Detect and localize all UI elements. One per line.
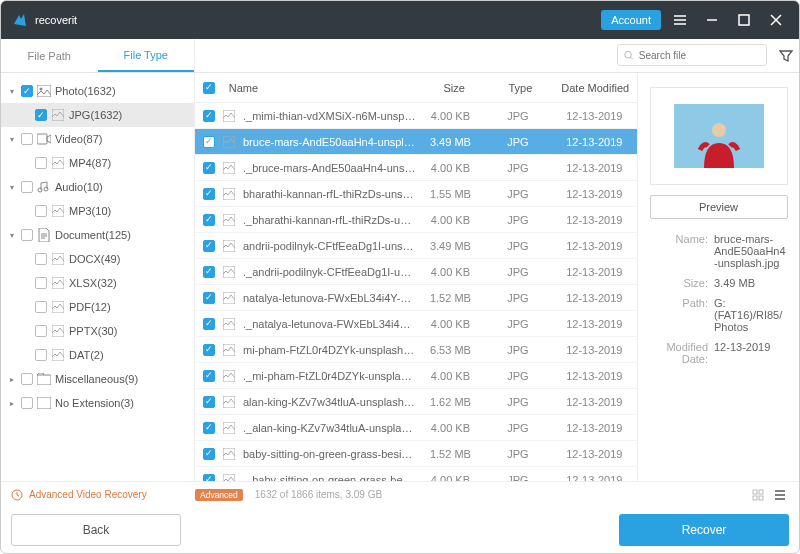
search-box[interactable] bbox=[617, 44, 767, 66]
group-checkbox[interactable] bbox=[21, 85, 33, 97]
table-row[interactable]: ._bruce-mars-AndE50aaHn4-unsplash.jpg 4.… bbox=[195, 155, 637, 181]
adv-video-recovery-link[interactable]: Advanced Video Recovery bbox=[29, 489, 147, 500]
tree-group[interactable]: ▸ Miscellaneous(9) bbox=[1, 367, 194, 391]
chevron-icon[interactable]: ▾ bbox=[7, 183, 17, 192]
row-checkbox[interactable] bbox=[203, 162, 215, 174]
account-button[interactable]: Account bbox=[601, 10, 661, 30]
close-icon[interactable] bbox=[763, 7, 789, 33]
row-checkbox[interactable] bbox=[203, 110, 215, 122]
menu-icon[interactable] bbox=[667, 7, 693, 33]
table-row[interactable]: ._bharathi-kannan-rfL-thiRzDs-unsplash.j… bbox=[195, 207, 637, 233]
file-thumb-icon bbox=[221, 135, 237, 149]
search-input[interactable] bbox=[639, 50, 760, 61]
group-checkbox[interactable] bbox=[21, 373, 33, 385]
row-checkbox[interactable] bbox=[203, 474, 215, 482]
tree-item[interactable]: MP4(87) bbox=[1, 151, 194, 175]
item-checkbox[interactable] bbox=[35, 157, 47, 169]
tab-file-type[interactable]: File Type bbox=[98, 39, 195, 72]
row-checkbox[interactable] bbox=[203, 188, 215, 200]
item-checkbox[interactable] bbox=[35, 349, 47, 361]
chevron-icon[interactable]: ▸ bbox=[7, 375, 17, 384]
tree-item[interactable]: PDF(12) bbox=[1, 295, 194, 319]
row-type: JPG bbox=[484, 188, 551, 200]
row-checkbox[interactable] bbox=[203, 214, 215, 226]
table-row[interactable]: alan-king-KZv7w34tluA-unsplash.jpg 1.62 … bbox=[195, 389, 637, 415]
chevron-icon[interactable]: ▾ bbox=[7, 135, 17, 144]
table-row[interactable]: ._alan-king-KZv7w34tluA-unsplash.jpg 4.0… bbox=[195, 415, 637, 441]
col-name[interactable]: Name bbox=[227, 82, 421, 94]
tab-file-path[interactable]: File Path bbox=[1, 39, 98, 72]
list-view-icon[interactable] bbox=[771, 486, 789, 504]
chevron-icon[interactable]: ▸ bbox=[7, 399, 17, 408]
table-row[interactable]: ._mi-pham-FtZL0r4DZYk-unsplash.jpg 4.00 … bbox=[195, 363, 637, 389]
row-checkbox[interactable] bbox=[203, 240, 215, 252]
tree-item[interactable]: MP3(10) bbox=[1, 199, 194, 223]
row-date: 12-13-2019 bbox=[552, 370, 637, 382]
col-date[interactable]: Date Modified bbox=[553, 82, 637, 94]
row-checkbox[interactable] bbox=[203, 344, 215, 356]
tree-item[interactable]: JPG(1632) bbox=[1, 103, 194, 127]
row-date: 12-13-2019 bbox=[552, 318, 637, 330]
file-thumb-icon bbox=[221, 291, 237, 305]
item-checkbox[interactable] bbox=[35, 253, 47, 265]
chevron-icon[interactable]: ▾ bbox=[7, 231, 17, 240]
minimize-icon[interactable] bbox=[699, 7, 725, 33]
tree-group[interactable]: ▾ Audio(10) bbox=[1, 175, 194, 199]
col-size[interactable]: Size bbox=[421, 82, 487, 94]
row-checkbox[interactable] bbox=[203, 448, 215, 460]
row-date: 12-13-2019 bbox=[552, 344, 637, 356]
status-bar: Advanced Video Recovery Advanced 1632 of… bbox=[1, 481, 799, 507]
file-thumb-icon bbox=[221, 213, 237, 227]
row-date: 12-13-2019 bbox=[552, 136, 637, 148]
group-checkbox[interactable] bbox=[21, 133, 33, 145]
row-type: JPG bbox=[484, 396, 551, 408]
select-all-checkbox[interactable] bbox=[203, 82, 215, 94]
table-row[interactable]: ._mimi-thian-vdXMSiX-n6M-unsplash.jpg 4.… bbox=[195, 103, 637, 129]
row-checkbox[interactable] bbox=[203, 318, 215, 330]
tree-group[interactable]: ▾ Photo(1632) bbox=[1, 79, 194, 103]
group-checkbox[interactable] bbox=[21, 229, 33, 241]
row-checkbox[interactable] bbox=[203, 292, 215, 304]
row-checkbox[interactable] bbox=[203, 396, 215, 408]
table-row[interactable]: baby-sitting-on-green-grass-beside-bear.… bbox=[195, 441, 637, 467]
table-row[interactable]: ._andrii-podilnyk-CFtfEeaDg1I-unsplash.j… bbox=[195, 259, 637, 285]
row-checkbox[interactable] bbox=[203, 136, 215, 148]
col-type[interactable]: Type bbox=[487, 82, 553, 94]
tree-group[interactable]: ▾ Document(125) bbox=[1, 223, 194, 247]
item-checkbox[interactable] bbox=[35, 277, 47, 289]
tree-item[interactable]: DAT(2) bbox=[1, 343, 194, 367]
row-checkbox[interactable] bbox=[203, 422, 215, 434]
item-checkbox[interactable] bbox=[35, 205, 47, 217]
table-row[interactable]: bruce-mars-AndE50aaHn4-unsplash.jpg 3.49… bbox=[195, 129, 637, 155]
group-checkbox[interactable] bbox=[21, 181, 33, 193]
preview-button[interactable]: Preview bbox=[650, 195, 788, 219]
table-row[interactable]: natalya-letunova-FWxEbL34i4Y-unsplash.jp… bbox=[195, 285, 637, 311]
tree-item[interactable]: XLSX(32) bbox=[1, 271, 194, 295]
tree-group[interactable]: ▾ Video(87) bbox=[1, 127, 194, 151]
tree-item[interactable]: DOCX(49) bbox=[1, 247, 194, 271]
recover-button[interactable]: Recover bbox=[619, 514, 789, 546]
row-name: mi-pham-FtZL0r4DZYk-unsplash.jpg bbox=[243, 344, 417, 356]
audio-icon bbox=[37, 181, 51, 193]
table-row[interactable]: bharathi-kannan-rfL-thiRzDs-unsplash.jpg… bbox=[195, 181, 637, 207]
chevron-icon[interactable]: ▾ bbox=[7, 87, 17, 96]
item-checkbox[interactable] bbox=[35, 325, 47, 337]
table-row[interactable]: mi-pham-FtZL0r4DZYk-unsplash.jpg 6.53 MB… bbox=[195, 337, 637, 363]
maximize-icon[interactable] bbox=[731, 7, 757, 33]
file-list-panel: Name Size Type Date Modified ._mimi-thia… bbox=[195, 73, 637, 481]
row-checkbox[interactable] bbox=[203, 370, 215, 382]
item-checkbox[interactable] bbox=[35, 301, 47, 313]
table-row[interactable]: andrii-podilnyk-CFtfEeaDg1I-unsplash.jpg… bbox=[195, 233, 637, 259]
tree-group[interactable]: ▸ No Extension(3) bbox=[1, 391, 194, 415]
table-row[interactable]: ._baby-sitting-on-green-grass-beside-bea… bbox=[195, 467, 637, 481]
tree-item[interactable]: PPTX(30) bbox=[1, 319, 194, 343]
grid-view-icon[interactable] bbox=[749, 486, 767, 504]
group-checkbox[interactable] bbox=[21, 397, 33, 409]
row-checkbox[interactable] bbox=[203, 266, 215, 278]
footer: Back Recover bbox=[1, 507, 799, 553]
filter-icon[interactable] bbox=[773, 39, 799, 72]
meta-date-val: 12-13-2019 bbox=[714, 341, 789, 365]
item-checkbox[interactable] bbox=[35, 109, 47, 121]
back-button[interactable]: Back bbox=[11, 514, 181, 546]
table-row[interactable]: ._natalya-letunova-FWxEbL34i4Y-unsplash.… bbox=[195, 311, 637, 337]
